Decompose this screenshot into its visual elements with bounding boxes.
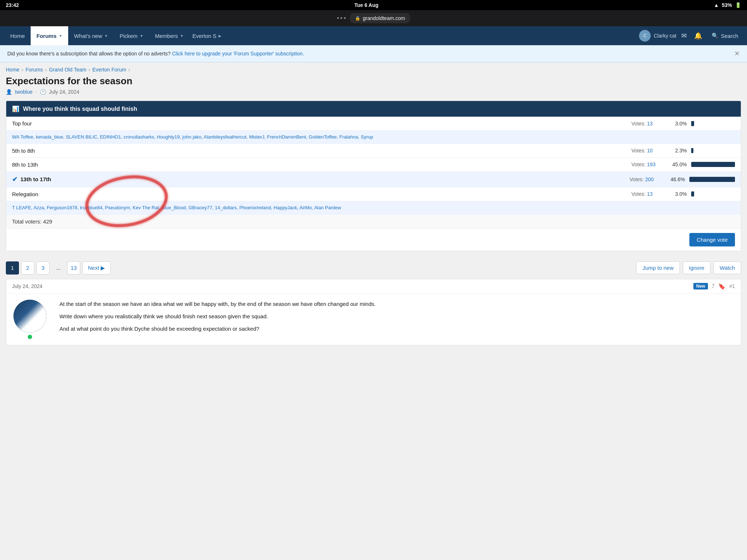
ignore-button[interactable]: Ignore <box>683 261 711 274</box>
breadcrumb-home[interactable]: Home <box>6 67 19 73</box>
change-vote-row: Change vote <box>6 229 741 251</box>
wifi-icon: ▲ <box>714 2 719 8</box>
page-3-button[interactable]: 3 <box>36 261 50 275</box>
status-time: 23:42 <box>6 2 19 8</box>
share-icon[interactable]: ⤴ <box>712 283 715 289</box>
poll-voters-total: Total voters: 429 <box>12 218 52 225</box>
poll-label-13th-17th: ✔ 13th to 17th <box>12 175 625 183</box>
poll-total-voters: Total voters: 429 <box>6 215 741 229</box>
nav-everton[interactable]: Everton S ▶ <box>189 26 224 45</box>
poll-pct-5th-8th: 2.3% <box>669 148 687 153</box>
poll-label-8th-13th: 8th to 13th <box>12 162 627 168</box>
poll-title: Where you think this squad should finish <box>23 106 137 112</box>
bookmark-icon[interactable]: 🔖 <box>718 283 725 290</box>
status-date: Tue 6 Aug <box>354 2 378 8</box>
poll-votes-5th-8th: Votes: 10 <box>631 148 664 153</box>
poll-bar-relegation <box>691 191 694 197</box>
watch-button[interactable]: Watch <box>713 261 741 274</box>
poll-bar-wrap-top-four <box>691 121 735 126</box>
change-vote-button[interactable]: Change vote <box>689 233 735 246</box>
url-bar: ••• 🔒 grandoldteam.com <box>0 10 747 26</box>
clock-icon: 🕐 <box>40 89 46 95</box>
user-avatar[interactable]: C <box>639 30 651 42</box>
next-icon: ▶ <box>101 265 105 271</box>
breadcrumb-grand-old-team[interactable]: Grand Old Team <box>49 67 86 73</box>
post-author[interactable]: twoblue <box>15 89 32 95</box>
jump-to-new-button[interactable]: Jump to new <box>636 261 680 274</box>
votes-link-5th-8th[interactable]: 10 <box>647 148 653 153</box>
post-text-3: And at what point do you think Dyche sho… <box>59 324 735 333</box>
main-content: Home › Forums › Grand Old Team › Everton… <box>0 62 747 353</box>
breadcrumb: Home › Forums › Grand Old Team › Everton… <box>6 62 741 75</box>
next-label: Next <box>88 265 99 271</box>
post-avatar <box>13 300 46 332</box>
poll-option-13th-17th: ✔ 13th to 17th Votes: 200 46.6% <box>6 172 741 187</box>
votes-link-relegation[interactable]: 13 <box>647 191 653 197</box>
post-number: #1 <box>729 283 735 289</box>
poll-label-5th-8th: 5th to 8th <box>12 148 627 154</box>
battery-icon: 🔋 <box>735 2 741 8</box>
nav-everton-label: Everton S <box>192 33 216 39</box>
poll-bar-wrap-13th-17th <box>689 177 735 182</box>
status-bar: 23:42 Tue 6 Aug ▲ 53% 🔋 <box>0 0 747 10</box>
poll-option-5th-8th: 5th to 8th Votes: 10 2.3% <box>6 144 741 158</box>
nav-whats-new-label: What's new <box>74 33 102 39</box>
poll-bar-8th-13th <box>691 162 735 167</box>
post-card: July 24, 2024 New ⤴ 🔖 #1 At the start of… <box>6 279 741 345</box>
banner-content: Did you know there's a subscription that… <box>7 51 304 57</box>
breadcrumb-current: Everton Forum <box>92 67 126 73</box>
breadcrumb-sep-2: › <box>45 67 47 73</box>
next-button[interactable]: Next ▶ <box>82 261 111 275</box>
poll-pct-relegation: 3.0% <box>669 191 687 197</box>
notifications-icon[interactable]: 🔔 <box>692 30 704 41</box>
search-button[interactable]: 🔍 Search <box>707 32 743 39</box>
breadcrumb-forums[interactable]: Forums <box>26 67 43 73</box>
poll-option-8th-13th: 8th to 13th Votes: 193 45.0% <box>6 158 741 172</box>
poll-bar-wrap-5th-8th <box>691 148 735 153</box>
whats-new-chevron-icon: ▼ <box>104 34 108 38</box>
nav-home[interactable]: Home <box>4 26 31 45</box>
breadcrumb-sep-1: › <box>22 67 23 73</box>
votes-link-top-four[interactable]: 13 <box>647 121 653 127</box>
selected-check-icon: ✔ <box>12 175 18 183</box>
new-badge: New <box>693 283 708 289</box>
members-chevron-icon: ▼ <box>180 34 184 38</box>
nav-username[interactable]: Clarky cat <box>654 33 676 39</box>
nav-whats-new[interactable]: What's new ▼ <box>68 26 114 45</box>
poll-bar-13th-17th <box>689 177 735 182</box>
nav-pickem[interactable]: Pickem ▼ <box>114 26 149 45</box>
page-13-button[interactable]: 13 <box>67 261 80 275</box>
post-timestamp: July 24, 2024 <box>12 283 690 289</box>
nav-members[interactable]: Members ▼ <box>149 26 189 45</box>
nav-forums[interactable]: Forums ▼ <box>31 26 68 45</box>
poll-option-relegation: Relegation Votes: 13 3.0% <box>6 187 741 201</box>
url-display[interactable]: 🔒 grandoldteam.com <box>350 13 410 23</box>
avatar-initial: C <box>643 33 647 38</box>
page-2-button[interactable]: 2 <box>21 261 34 275</box>
page-1-button[interactable]: 1 <box>6 261 19 275</box>
post-avatar-col <box>6 294 54 345</box>
votes-link-8th-13th[interactable]: 193 <box>647 162 655 167</box>
poll-voters-top-four-text: WA Toffee, kenada_blue, SLAVEN BILIC, ED… <box>12 134 373 140</box>
page-dots: ... <box>52 261 65 275</box>
poll-pct-8th-13th: 45.0% <box>669 162 687 167</box>
browser-dots: ••• <box>337 15 347 22</box>
banner-close-icon[interactable]: ✕ <box>734 50 740 58</box>
breadcrumb-sep-3: › <box>89 67 90 73</box>
poll-bar-wrap-8th-13th <box>691 162 735 167</box>
post-date: July 24, 2024 <box>49 89 79 95</box>
page-title: Expectations for the season <box>6 75 741 87</box>
banner-text: Did you know there's a subscription that… <box>7 51 171 57</box>
battery-level: 53% <box>722 2 732 8</box>
poll-bar-5th-8th <box>691 148 693 153</box>
poll-pct-top-four: 3.0% <box>669 121 687 127</box>
poll-voters-relegation: T LEAFE, Azza, Ferguson1878, trueblue84,… <box>6 201 741 215</box>
poll-header: 📊 Where you think this squad should fini… <box>6 101 741 117</box>
messages-icon[interactable]: ✉ <box>679 30 689 41</box>
chart-icon: 📊 <box>12 105 19 112</box>
nav-forums-label: Forums <box>36 33 57 39</box>
poll-bar-wrap-relegation <box>691 191 735 197</box>
banner-link[interactable]: Click here to upgrade your 'Forum Suppor… <box>172 51 304 57</box>
votes-link-13th-17th[interactable]: 200 <box>645 176 654 182</box>
nav-members-label: Members <box>155 33 178 39</box>
